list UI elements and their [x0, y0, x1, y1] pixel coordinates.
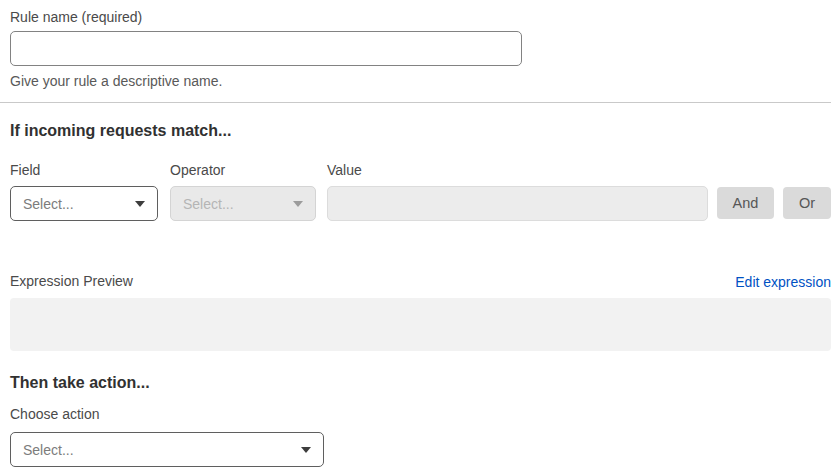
- condition-row: Field Select... Operator Select... Value…: [10, 161, 831, 221]
- edit-expression-link[interactable]: Edit expression: [735, 274, 831, 290]
- choose-action-select-value: Select...: [23, 442, 74, 458]
- section-divider: [0, 102, 831, 103]
- choose-action-select[interactable]: Select...: [10, 432, 324, 467]
- and-button[interactable]: And: [717, 187, 774, 219]
- chevron-down-icon: [135, 201, 145, 207]
- operator-select-value: Select...: [183, 196, 234, 212]
- rule-builder-form: Rule name (required) Give your rule a de…: [0, 0, 839, 467]
- expression-preview-box: [10, 298, 831, 351]
- value-label: Value: [327, 161, 708, 179]
- choose-action-label: Choose action: [10, 405, 831, 423]
- field-select[interactable]: Select...: [10, 186, 158, 221]
- field-column: Field Select...: [10, 161, 158, 221]
- expression-preview-label: Expression Preview: [10, 272, 133, 290]
- chevron-down-icon: [293, 201, 303, 207]
- operator-select[interactable]: Select...: [170, 186, 316, 221]
- match-section-heading: If incoming requests match...: [10, 120, 831, 141]
- rule-name-input[interactable]: [10, 31, 522, 66]
- chevron-down-icon: [301, 447, 311, 453]
- operator-column: Operator Select...: [170, 161, 316, 221]
- rule-name-label: Rule name (required): [10, 8, 831, 26]
- action-section-heading: Then take action...: [10, 372, 831, 393]
- value-column: Value: [327, 161, 708, 221]
- or-button[interactable]: Or: [783, 187, 831, 219]
- rule-name-helper-text: Give your rule a descriptive name.: [10, 72, 831, 90]
- operator-label: Operator: [170, 161, 316, 179]
- expression-preview-header: Expression Preview Edit expression: [10, 272, 831, 290]
- field-select-value: Select...: [23, 196, 74, 212]
- field-label: Field: [10, 161, 158, 179]
- value-input[interactable]: [327, 186, 708, 221]
